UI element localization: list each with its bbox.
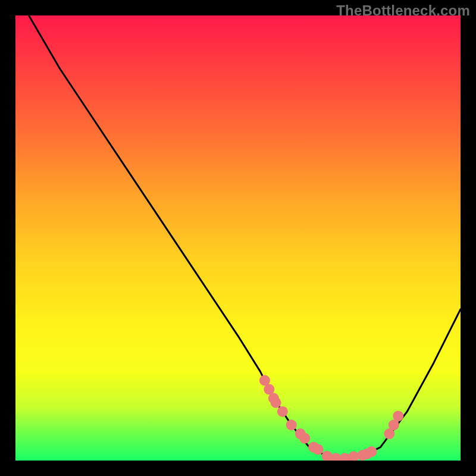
chart-svg	[15, 15, 461, 461]
curve-layer	[29, 15, 461, 458]
data-point	[313, 444, 324, 455]
data-point	[366, 446, 377, 457]
data-point	[271, 397, 281, 408]
bottleneck-curve	[29, 15, 461, 458]
marker-layer	[259, 375, 403, 461]
data-point	[277, 406, 288, 417]
data-point	[393, 411, 403, 421]
watermark-text: TheBottleneck.com	[336, 2, 470, 19]
data-point	[299, 433, 310, 444]
data-point	[286, 419, 297, 430]
plot-area	[15, 15, 461, 461]
chart-container: TheBottleneck.com	[0, 0, 476, 476]
